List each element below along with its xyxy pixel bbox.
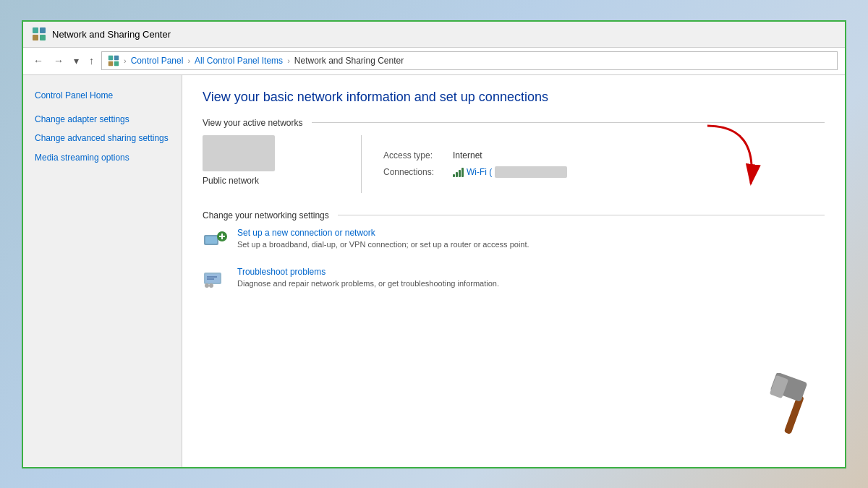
sidebar-advanced-sharing[interactable]: Change advanced sharing settings [23,129,182,148]
svg-rect-0 [33,27,38,33]
sidebar-change-adapter[interactable]: Change adapter settings [23,110,182,129]
network-icon [203,135,275,171]
main-content: View your basic network information and … [182,75,845,467]
path-segment-3: Network and Sharing Center [294,56,404,66]
sidebar: Control Panel Home Change adapter settin… [23,75,182,467]
setup-icon [203,228,229,254]
troubleshoot-link[interactable]: Troubleshoot problems [237,267,499,277]
path-segment-1[interactable]: Control Panel [131,56,184,66]
connections-label: Connections: [383,167,448,177]
svg-rect-6 [109,61,113,66]
wifi-link[interactable]: Wi-Fi ( [453,166,567,178]
troubleshoot-icon [203,267,229,293]
back-button[interactable]: ← [30,53,46,68]
setup-link[interactable]: Set up a new connection or network [237,228,529,238]
main-window: Network and Sharing Center ← → ▾ ↑ › Con… [22,20,846,468]
path-segment-2[interactable]: All Control Panel Items [195,56,283,66]
address-bar: ← → ▾ ↑ › Control Panel › All Control Pa… [23,48,845,75]
svg-rect-10 [205,236,217,244]
wifi-bars-icon [453,167,464,177]
hammer-illustration [751,373,823,438]
troubleshoot-desc: Diagnose and repair network problems, or… [237,278,499,289]
settings-text-troubleshoot: Troubleshoot problems Diagnose and repai… [237,267,499,289]
settings-item-setup: Set up a new connection or network Set u… [203,228,825,254]
forward-button[interactable]: → [51,53,67,68]
svg-rect-4 [109,56,113,60]
settings-item-troubleshoot: Troubleshoot problems Diagnose and repai… [203,267,825,293]
wifi-label: Wi-Fi ( [467,167,492,177]
settings-section: Set up a new connection or network Set u… [203,228,825,293]
title-bar: Network and Sharing Center [23,22,845,48]
wifi-name-redacted [495,166,567,178]
up-button[interactable]: ↑ [86,53,97,68]
svg-rect-20 [784,394,804,434]
svg-rect-2 [33,35,38,40]
address-path: › Control Panel › All Control Panel Item… [101,51,838,70]
dropdown-button[interactable]: ▾ [71,53,82,68]
change-settings-header: Change your networking settings [203,210,825,221]
access-type-value: Internet [453,150,482,160]
svg-rect-1 [40,27,46,33]
connections-row: Connections: Wi-Fi ( [383,166,567,178]
content-area: Control Panel Home Change adapter settin… [23,75,845,467]
access-type-row: Access type: Internet [383,150,567,160]
page-title: View your basic network information and … [203,90,825,105]
svg-rect-3 [40,35,46,40]
access-type-label: Access type: [383,150,448,160]
svg-rect-7 [114,61,119,66]
window-icon [32,27,46,41]
settings-text-setup: Set up a new connection or network Set u… [237,228,529,250]
svg-point-19 [209,283,213,288]
svg-rect-5 [114,56,119,60]
network-name: Public network [203,176,259,186]
sidebar-home-link[interactable]: Control Panel Home [23,87,182,104]
title-bar-text: Network and Sharing Center [52,29,171,40]
network-right: Access type: Internet Connections: [362,135,567,193]
svg-rect-15 [205,274,220,283]
active-networks-header: View your active networks [203,118,825,128]
svg-point-18 [205,283,209,288]
active-networks: Public network Access type: Internet Con… [203,135,825,193]
setup-desc: Set up a broadband, dial-up, or VPN conn… [237,239,529,250]
sidebar-media-streaming[interactable]: Media streaming options [23,148,182,168]
path-icon [108,55,119,67]
network-left: Public network [203,135,362,193]
